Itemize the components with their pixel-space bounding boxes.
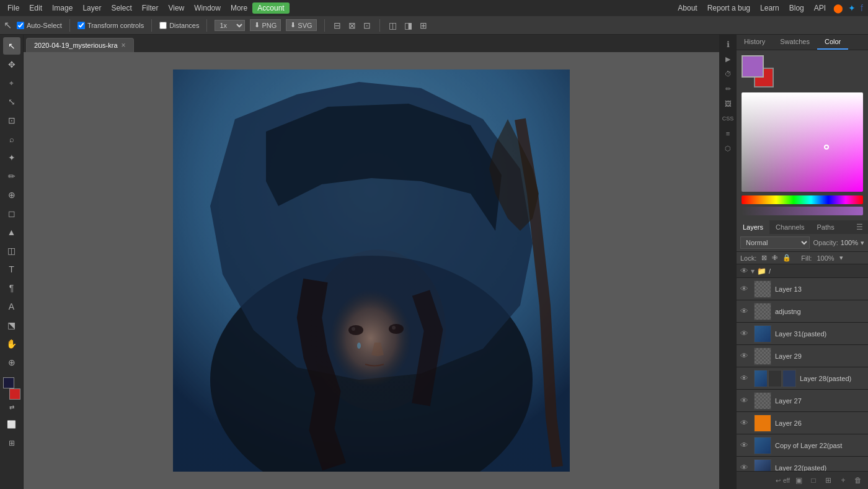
text-tool-button[interactable]: T	[3, 261, 20, 278]
layer-visibility-toggle[interactable]: 👁	[740, 418, 750, 428]
layer-visibility-toggle[interactable]: 👁	[740, 441, 750, 450]
align-center-button[interactable]: ⊠	[347, 19, 357, 32]
menu-select[interactable]: Select	[106, 2, 136, 14]
menu-window[interactable]: Window	[189, 2, 226, 14]
menu-blog[interactable]: Blog	[784, 2, 809, 14]
css-btn[interactable]: CSS	[721, 112, 735, 125]
fill-tool-button[interactable]: ▲	[3, 223, 20, 241]
menu-layer[interactable]: Layer	[78, 2, 106, 14]
font-tool-button[interactable]: A	[3, 298, 20, 315]
chevron-down-icon[interactable]: ▾	[751, 267, 755, 276]
arrange-button[interactable]: ⊞	[418, 19, 428, 32]
layer-item[interactable]: 👁 Layer 26	[737, 412, 868, 434]
layer-visibility-toggle[interactable]: 👁	[740, 351, 750, 361]
alpha-slider[interactable]	[742, 207, 863, 215]
reddit-icon[interactable]: ⬤	[831, 3, 846, 13]
menu-account[interactable]: Account	[252, 2, 289, 14]
foreground-color-swatch[interactable]	[3, 377, 14, 388]
hue-slider[interactable]	[742, 195, 863, 204]
transform-tool-button[interactable]: ⤡	[3, 93, 20, 110]
layer-visibility-toggle[interactable]: 👁	[740, 396, 750, 405]
lock-pixels-icon[interactable]: ⊠	[761, 254, 767, 262]
auto-select-control[interactable]: Auto-Select	[17, 22, 62, 29]
eraser-tool-button[interactable]: ◻	[3, 205, 20, 222]
layers-menu-button[interactable]: ☰	[851, 220, 868, 234]
transform-controls-control[interactable]: Transform controls	[78, 22, 144, 29]
heal-tool-button[interactable]: ✦	[3, 149, 20, 166]
lasso-tool-button[interactable]: ⌖	[3, 74, 20, 92]
layer-visibility-toggle[interactable]: 👁	[740, 374, 750, 383]
new-layer-button[interactable]: +	[837, 474, 849, 487]
channels-tab[interactable]: Channels	[769, 220, 810, 234]
menu-learn[interactable]: Learn	[755, 2, 784, 14]
color-tab[interactable]: Color	[817, 35, 848, 50]
menu-view[interactable]: View	[163, 2, 189, 14]
paths-tab[interactable]: Paths	[811, 220, 841, 234]
menu-more[interactable]: More	[226, 2, 252, 14]
quick-mask-button[interactable]: ⬜	[3, 416, 20, 433]
crop-tool-button[interactable]: ⊡	[3, 112, 20, 129]
layers-tab[interactable]: Layers	[737, 220, 769, 234]
distribute-left-button[interactable]: ◫	[388, 19, 398, 32]
stamp-tool-button[interactable]: ⊕	[3, 186, 20, 204]
canvas-viewport[interactable]	[24, 52, 719, 489]
shape-tool-button[interactable]: ⬔	[3, 316, 20, 334]
layer-item[interactable]: 👁 Layer 29	[737, 345, 868, 367]
layer-visibility-toggle[interactable]: 👁	[740, 329, 750, 338]
menu-edit[interactable]: Edit	[24, 2, 47, 14]
layer-item[interactable]: 👁 Layer 22(pasted)	[737, 457, 868, 471]
swap-colors-button[interactable]: ⇄	[7, 402, 17, 412]
gradient-tool-button[interactable]: ◫	[3, 242, 20, 259]
menu-file[interactable]: File	[2, 2, 24, 14]
blend-mode-select[interactable]: Normal Multiply Screen Overlay	[740, 236, 810, 249]
facebook-icon[interactable]: f	[858, 3, 866, 13]
layer-item[interactable]: 👁 Layer 31(pasted)	[737, 323, 868, 345]
select-tool-button[interactable]: ↖	[3, 37, 20, 55]
layer-item[interactable]: 👁 Layer 28(pasted)	[737, 367, 868, 390]
color-gradient-picker[interactable]	[742, 92, 863, 192]
fill-dropdown-icon[interactable]: ▾	[839, 254, 843, 262]
pan-tool-button[interactable]: ✋	[3, 335, 20, 352]
layer-visibility-toggle[interactable]: 👁	[740, 307, 750, 316]
menu-api[interactable]: API	[809, 2, 831, 14]
delete-layer-button[interactable]: 🗑	[852, 474, 864, 487]
distribute-right-button[interactable]: ◨	[403, 19, 414, 32]
transform-controls-checkbox[interactable]	[78, 22, 85, 29]
opacity-dropdown-icon[interactable]: ▾	[861, 239, 864, 247]
image-adj-btn[interactable]: 🖼	[721, 97, 735, 110]
history-tab[interactable]: History	[737, 35, 773, 50]
distances-checkbox[interactable]	[159, 22, 167, 29]
swatches-tab[interactable]: Swatches	[773, 35, 817, 50]
layer-item[interactable]: 👁 Layer 13	[737, 278, 868, 300]
svg-export-button[interactable]: ⬇ SVG	[286, 19, 316, 31]
twitter-icon[interactable]: ✦	[846, 3, 858, 13]
lock-position-icon[interactable]: ✙	[772, 254, 777, 262]
layer-item[interactable]: 👁 Layer 27	[737, 390, 868, 412]
png-export-button[interactable]: ⬇ PNG	[250, 19, 281, 31]
eyedropper-tool-button[interactable]: ⌕	[3, 130, 20, 148]
brush-tool-button[interactable]: ✏	[3, 168, 20, 185]
lock-all-icon[interactable]: 🔒	[782, 254, 791, 262]
distances-control[interactable]: Distances	[159, 22, 199, 29]
zoom-tool-button[interactable]: ⊕	[3, 354, 20, 371]
menu-filter[interactable]: Filter	[137, 2, 164, 14]
layers-side-btn[interactable]: ≡	[721, 127, 735, 140]
play-icon-btn[interactable]: ▶	[721, 52, 735, 66]
zoom-select[interactable]: 0.5x 1x 2x 3x 4x	[215, 20, 245, 31]
tab-close-button[interactable]: ×	[122, 41, 126, 50]
add-adjustment-button[interactable]: □	[807, 474, 820, 487]
layer-item[interactable]: 👁 adjustng	[737, 300, 868, 323]
layers-folder-row[interactable]: 👁 ▾ 📁 /	[737, 264, 868, 278]
menu-image[interactable]: Image	[47, 2, 78, 14]
brush-settings-btn[interactable]: ✏	[721, 82, 735, 96]
clock-icon-btn[interactable]: ⏱	[721, 67, 735, 81]
layer-visibility-toggle[interactable]: 👁	[740, 284, 750, 294]
move-tool-button[interactable]: ✥	[3, 56, 20, 73]
menu-report-bug[interactable]: Report a bug	[702, 2, 755, 14]
primary-color-swatch[interactable]	[742, 55, 764, 78]
align-right-button[interactable]: ⊡	[362, 19, 372, 32]
layer-item[interactable]: 👁 Copy of Layer 22(past	[737, 434, 868, 457]
new-group-button[interactable]: ⊞	[822, 474, 835, 487]
menu-about[interactable]: About	[673, 2, 702, 14]
eye-icon[interactable]: 👁	[740, 266, 748, 276]
